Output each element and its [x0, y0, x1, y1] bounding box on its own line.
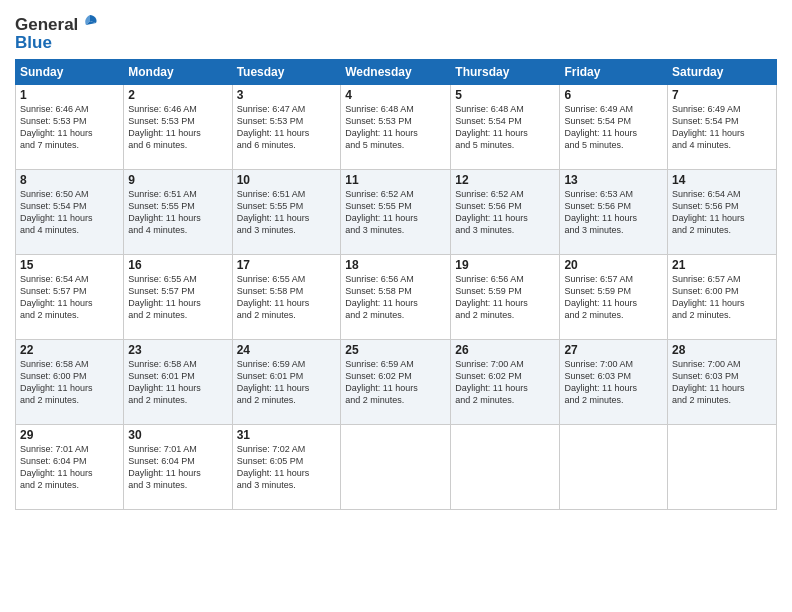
day-number: 16 — [128, 258, 227, 272]
calendar-day-cell: 22 Sunrise: 6:58 AMSunset: 6:00 PMDaylig… — [16, 340, 124, 425]
day-info: Sunrise: 6:56 AMSunset: 5:58 PMDaylight:… — [345, 273, 446, 322]
day-info: Sunrise: 6:46 AMSunset: 5:53 PMDaylight:… — [128, 103, 227, 152]
day-number: 3 — [237, 88, 337, 102]
weekday-header: Tuesday — [232, 60, 341, 85]
weekday-header: Thursday — [451, 60, 560, 85]
calendar-day-cell: 29 Sunrise: 7:01 AMSunset: 6:04 PMDaylig… — [16, 425, 124, 510]
calendar-day-cell — [668, 425, 777, 510]
day-info: Sunrise: 6:50 AMSunset: 5:54 PMDaylight:… — [20, 188, 119, 237]
calendar-day-cell: 9 Sunrise: 6:51 AMSunset: 5:55 PMDayligh… — [124, 170, 232, 255]
calendar-day-cell: 28 Sunrise: 7:00 AMSunset: 6:03 PMDaylig… — [668, 340, 777, 425]
day-number: 30 — [128, 428, 227, 442]
weekday-header: Monday — [124, 60, 232, 85]
calendar-day-cell: 30 Sunrise: 7:01 AMSunset: 6:04 PMDaylig… — [124, 425, 232, 510]
weekday-header: Sunday — [16, 60, 124, 85]
day-info: Sunrise: 6:58 AMSunset: 6:00 PMDaylight:… — [20, 358, 119, 407]
calendar-day-cell — [560, 425, 668, 510]
calendar-day-cell: 19 Sunrise: 6:56 AMSunset: 5:59 PMDaylig… — [451, 255, 560, 340]
calendar-day-cell: 23 Sunrise: 6:58 AMSunset: 6:01 PMDaylig… — [124, 340, 232, 425]
day-number: 7 — [672, 88, 772, 102]
day-number: 29 — [20, 428, 119, 442]
weekday-header: Friday — [560, 60, 668, 85]
weekday-header: Saturday — [668, 60, 777, 85]
calendar-day-cell: 10 Sunrise: 6:51 AMSunset: 5:55 PMDaylig… — [232, 170, 341, 255]
day-info: Sunrise: 6:55 AMSunset: 5:58 PMDaylight:… — [237, 273, 337, 322]
calendar-day-cell: 12 Sunrise: 6:52 AMSunset: 5:56 PMDaylig… — [451, 170, 560, 255]
logo-general: General — [15, 16, 78, 33]
day-number: 24 — [237, 343, 337, 357]
calendar-day-cell — [341, 425, 451, 510]
calendar-day-cell: 26 Sunrise: 7:00 AMSunset: 6:02 PMDaylig… — [451, 340, 560, 425]
calendar-day-cell: 2 Sunrise: 6:46 AMSunset: 5:53 PMDayligh… — [124, 85, 232, 170]
day-info: Sunrise: 7:00 AMSunset: 6:02 PMDaylight:… — [455, 358, 555, 407]
day-info: Sunrise: 6:59 AMSunset: 6:02 PMDaylight:… — [345, 358, 446, 407]
calendar-day-cell: 8 Sunrise: 6:50 AMSunset: 5:54 PMDayligh… — [16, 170, 124, 255]
calendar-table: SundayMondayTuesdayWednesdayThursdayFrid… — [15, 59, 777, 510]
day-info: Sunrise: 6:47 AMSunset: 5:53 PMDaylight:… — [237, 103, 337, 152]
day-number: 2 — [128, 88, 227, 102]
day-number: 28 — [672, 343, 772, 357]
calendar-week-row: 15 Sunrise: 6:54 AMSunset: 5:57 PMDaylig… — [16, 255, 777, 340]
calendar-day-cell: 31 Sunrise: 7:02 AMSunset: 6:05 PMDaylig… — [232, 425, 341, 510]
logo-mark: General Blue — [15, 14, 100, 51]
day-number: 31 — [237, 428, 337, 442]
day-info: Sunrise: 6:49 AMSunset: 5:54 PMDaylight:… — [564, 103, 663, 152]
logo: General Blue — [15, 14, 100, 51]
day-number: 23 — [128, 343, 227, 357]
day-number: 8 — [20, 173, 119, 187]
day-number: 5 — [455, 88, 555, 102]
day-info: Sunrise: 6:57 AMSunset: 5:59 PMDaylight:… — [564, 273, 663, 322]
calendar-day-cell: 11 Sunrise: 6:52 AMSunset: 5:55 PMDaylig… — [341, 170, 451, 255]
calendar-day-cell: 15 Sunrise: 6:54 AMSunset: 5:57 PMDaylig… — [16, 255, 124, 340]
day-info: Sunrise: 6:51 AMSunset: 5:55 PMDaylight:… — [128, 188, 227, 237]
day-info: Sunrise: 6:48 AMSunset: 5:54 PMDaylight:… — [455, 103, 555, 152]
day-number: 15 — [20, 258, 119, 272]
day-info: Sunrise: 6:55 AMSunset: 5:57 PMDaylight:… — [128, 273, 227, 322]
calendar-day-cell: 1 Sunrise: 6:46 AMSunset: 5:53 PMDayligh… — [16, 85, 124, 170]
day-info: Sunrise: 7:00 AMSunset: 6:03 PMDaylight:… — [672, 358, 772, 407]
calendar-day-cell: 24 Sunrise: 6:59 AMSunset: 6:01 PMDaylig… — [232, 340, 341, 425]
day-number: 6 — [564, 88, 663, 102]
calendar-container: General Blue SundayMondayTuesdayWednesda… — [0, 0, 792, 612]
calendar-day-cell: 5 Sunrise: 6:48 AMSunset: 5:54 PMDayligh… — [451, 85, 560, 170]
day-info: Sunrise: 7:00 AMSunset: 6:03 PMDaylight:… — [564, 358, 663, 407]
day-info: Sunrise: 7:02 AMSunset: 6:05 PMDaylight:… — [237, 443, 337, 492]
day-number: 17 — [237, 258, 337, 272]
day-info: Sunrise: 6:49 AMSunset: 5:54 PMDaylight:… — [672, 103, 772, 152]
day-info: Sunrise: 6:46 AMSunset: 5:53 PMDaylight:… — [20, 103, 119, 152]
day-info: Sunrise: 6:52 AMSunset: 5:55 PMDaylight:… — [345, 188, 446, 237]
calendar-day-cell: 4 Sunrise: 6:48 AMSunset: 5:53 PMDayligh… — [341, 85, 451, 170]
day-info: Sunrise: 6:59 AMSunset: 6:01 PMDaylight:… — [237, 358, 337, 407]
calendar-day-cell: 14 Sunrise: 6:54 AMSunset: 5:56 PMDaylig… — [668, 170, 777, 255]
calendar-day-cell: 13 Sunrise: 6:53 AMSunset: 5:56 PMDaylig… — [560, 170, 668, 255]
day-info: Sunrise: 7:01 AMSunset: 6:04 PMDaylight:… — [20, 443, 119, 492]
day-number: 12 — [455, 173, 555, 187]
logo-bird-icon — [80, 14, 100, 34]
day-number: 14 — [672, 173, 772, 187]
weekday-header-row: SundayMondayTuesdayWednesdayThursdayFrid… — [16, 60, 777, 85]
day-number: 21 — [672, 258, 772, 272]
weekday-header: Wednesday — [341, 60, 451, 85]
day-info: Sunrise: 6:56 AMSunset: 5:59 PMDaylight:… — [455, 273, 555, 322]
day-info: Sunrise: 6:57 AMSunset: 6:00 PMDaylight:… — [672, 273, 772, 322]
calendar-day-cell: 16 Sunrise: 6:55 AMSunset: 5:57 PMDaylig… — [124, 255, 232, 340]
calendar-week-row: 29 Sunrise: 7:01 AMSunset: 6:04 PMDaylig… — [16, 425, 777, 510]
day-number: 13 — [564, 173, 663, 187]
day-number: 18 — [345, 258, 446, 272]
day-number: 9 — [128, 173, 227, 187]
calendar-day-cell: 6 Sunrise: 6:49 AMSunset: 5:54 PMDayligh… — [560, 85, 668, 170]
day-number: 10 — [237, 173, 337, 187]
header: General Blue — [15, 10, 777, 51]
day-info: Sunrise: 6:48 AMSunset: 5:53 PMDaylight:… — [345, 103, 446, 152]
day-number: 11 — [345, 173, 446, 187]
calendar-day-cell: 17 Sunrise: 6:55 AMSunset: 5:58 PMDaylig… — [232, 255, 341, 340]
calendar-day-cell: 27 Sunrise: 7:00 AMSunset: 6:03 PMDaylig… — [560, 340, 668, 425]
calendar-day-cell: 25 Sunrise: 6:59 AMSunset: 6:02 PMDaylig… — [341, 340, 451, 425]
day-info: Sunrise: 6:51 AMSunset: 5:55 PMDaylight:… — [237, 188, 337, 237]
day-info: Sunrise: 6:54 AMSunset: 5:56 PMDaylight:… — [672, 188, 772, 237]
day-info: Sunrise: 6:58 AMSunset: 6:01 PMDaylight:… — [128, 358, 227, 407]
calendar-day-cell: 20 Sunrise: 6:57 AMSunset: 5:59 PMDaylig… — [560, 255, 668, 340]
day-number: 22 — [20, 343, 119, 357]
day-info: Sunrise: 7:01 AMSunset: 6:04 PMDaylight:… — [128, 443, 227, 492]
day-number: 1 — [20, 88, 119, 102]
